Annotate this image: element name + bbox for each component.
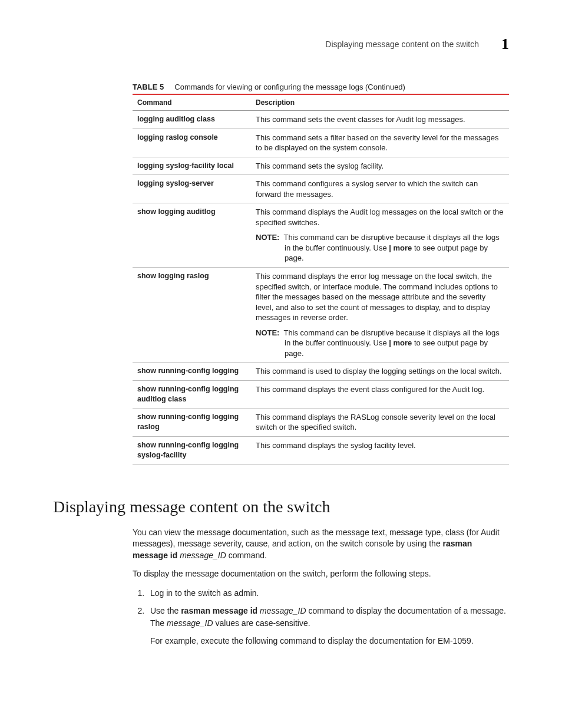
table-row: show running-config logging raslog This …: [133, 408, 509, 436]
note-block: NOTE: This command can be disruptive bec…: [256, 232, 504, 263]
list-item: Use the rasman message id message_ID com…: [147, 605, 509, 647]
running-header: Displaying message content on the switch…: [53, 35, 509, 53]
command-cell: show logging raslog: [133, 268, 251, 363]
list-item: Log in to the switch as admin.: [147, 587, 509, 599]
table-caption: TABLE 5 Commands for viewing or configur…: [133, 83, 509, 91]
command-cell: logging auditlog class: [133, 111, 251, 129]
table-row: logging raslog console This command sets…: [133, 129, 509, 157]
step-subtext: For example, execute the following comma…: [150, 635, 509, 647]
col-command: Command: [133, 94, 251, 111]
note-label: NOTE:: [256, 233, 279, 242]
description-cell: This command displays the RASLog console…: [251, 408, 509, 436]
description-cell: This command displays the error log mess…: [251, 268, 509, 363]
table-row: show logging raslog This command display…: [133, 268, 509, 363]
command-cell: show running-config logging raslog: [133, 408, 251, 436]
table-row: show running-config logging syslog-facil…: [133, 436, 509, 464]
commands-table: Command Description logging auditlog cla…: [133, 94, 509, 465]
command-cell: logging syslog-server: [133, 175, 251, 203]
table-row: logging syslog-facility local This comma…: [133, 157, 509, 175]
command-cell: logging raslog console: [133, 129, 251, 157]
description-cell: This command is used to display the logg…: [251, 363, 509, 381]
col-description: Description: [251, 94, 509, 111]
table-row: show running-config logging auditlog cla…: [133, 380, 509, 408]
steps-list: Log in to the switch as admin. Use the r…: [133, 587, 509, 647]
command-cell: show logging auditlog: [133, 203, 251, 268]
running-header-title: Displaying message content on the switch: [325, 39, 479, 49]
table-header-row: Command Description: [133, 94, 509, 111]
description-cell: This command configures a syslog server …: [251, 175, 509, 203]
body-paragraph: You can view the message documentation, …: [133, 527, 509, 562]
description-cell: This command displays the syslog facilit…: [251, 436, 509, 464]
command-cell: show running-config logging syslog-facil…: [133, 436, 251, 464]
description-cell: This command displays the event class co…: [251, 380, 509, 408]
note-label: NOTE:: [256, 328, 279, 337]
section-heading: Displaying message content on the switch: [53, 498, 509, 516]
note-block: NOTE: This command can be disruptive bec…: [256, 328, 504, 359]
table-label: TABLE 5: [133, 83, 164, 91]
command-cell: show running-config logging: [133, 363, 251, 381]
table-caption-text: Commands for viewing or configuring the …: [174, 83, 405, 91]
command-cell: logging syslog-facility local: [133, 157, 251, 175]
description-cell: This command displays the Audit log mess…: [251, 203, 509, 268]
description-cell: This command sets the syslog facility.: [251, 157, 509, 175]
command-cell: show running-config logging auditlog cla…: [133, 380, 251, 408]
body-paragraph: To display the message documentation on …: [133, 568, 509, 580]
table-row: logging auditlog class This command sets…: [133, 111, 509, 129]
chapter-number: 1: [501, 35, 509, 53]
description-cell: This command sets the event classes for …: [251, 111, 509, 129]
table-row: show logging auditlog This command displ…: [133, 203, 509, 268]
table-row: show running-config logging This command…: [133, 363, 509, 381]
description-cell: This command sets a filter based on the …: [251, 129, 509, 157]
table-row: logging syslog-server This command confi…: [133, 175, 509, 203]
